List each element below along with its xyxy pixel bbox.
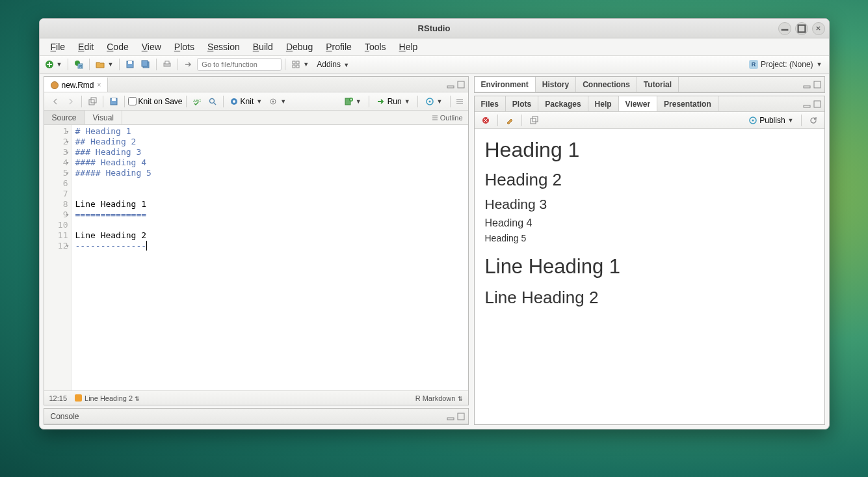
fold-chevron-icon[interactable]: ▾ (66, 157, 69, 168)
gear-icon (269, 97, 278, 106)
code-line[interactable]: # Heading 1 (75, 126, 464, 137)
remove-viewer-button[interactable] (479, 115, 493, 126)
publish-viewer-button[interactable]: Publish ▼ (746, 115, 796, 126)
fold-chevron-icon[interactable]: ▾ (66, 126, 69, 137)
nav-back-button[interactable] (48, 96, 62, 107)
save-all-button[interactable] (138, 57, 153, 72)
menu-file[interactable]: File (45, 40, 72, 54)
fold-chevron-icon[interactable]: ▾ (66, 147, 69, 157)
code-content[interactable]: # Heading 1## Heading 2### Heading 3####… (72, 125, 468, 390)
pane-min-icon[interactable] (802, 80, 811, 89)
publish-source-button[interactable]: ▼ (423, 96, 445, 107)
folder-open-icon (96, 60, 105, 69)
tab-history[interactable]: History (536, 77, 576, 92)
new-file-button[interactable]: ▼ (42, 57, 65, 72)
arrow-right-icon (66, 97, 75, 106)
menu-plots[interactable]: Plots (168, 40, 200, 54)
tab-environment[interactable]: Environment (475, 77, 536, 92)
cursor-position: 12:15 (49, 394, 68, 402)
menu-help[interactable]: Help (393, 40, 424, 54)
menu-code[interactable]: Code (101, 40, 134, 54)
code-line[interactable]: ## Heading 2 (75, 137, 464, 147)
code-line[interactable]: Line Heading 1 (75, 199, 464, 210)
code-line[interactable]: -------------- (75, 241, 464, 251)
gear-button[interactable]: ▼ (266, 96, 289, 107)
tab-connections[interactable]: Connections (576, 77, 637, 92)
tab-presentation[interactable]: Presentation (657, 96, 718, 111)
pane-min-icon[interactable] (446, 412, 455, 421)
show-in-new-window-button[interactable] (85, 96, 99, 107)
code-line[interactable]: ============== (75, 210, 464, 220)
goto-forward-button[interactable] (181, 57, 196, 72)
code-editor[interactable]: 1▾2▾3▾4▾5▾6789▾101112▾ # Heading 1## Hea… (44, 125, 468, 390)
open-file-button[interactable]: ▼ (93, 57, 116, 72)
insert-chunk-button[interactable]: ▼ (341, 96, 364, 107)
language-selector[interactable]: R Markdown ⇅ (415, 394, 463, 402)
code-line[interactable] (75, 220, 464, 230)
refresh-viewer-button[interactable] (806, 115, 821, 126)
fold-chevron-icon[interactable]: ▾ (66, 210, 69, 220)
menu-tools[interactable]: Tools (359, 40, 392, 54)
outline-button[interactable]: Outline (427, 111, 468, 124)
popout-viewer-button[interactable] (527, 115, 541, 126)
console-tab[interactable]: Console (44, 409, 86, 424)
source-mode-tab[interactable]: Source (44, 111, 85, 124)
viewer-content[interactable]: Heading 1 Heading 2 Heading 3 Heading 4 … (475, 129, 824, 424)
menu-profile[interactable]: Profile (320, 40, 358, 54)
tab-packages[interactable]: Packages (538, 96, 588, 111)
code-line[interactable]: ##### Heading 5 (75, 168, 464, 178)
menu-debug[interactable]: Debug (280, 40, 319, 54)
pane-min-icon[interactable] (446, 80, 455, 89)
menu-build[interactable]: Build (247, 40, 279, 54)
grid-button[interactable]: ▼ (289, 57, 311, 72)
file-tab-new-rmd[interactable]: new.Rmd × (44, 77, 109, 92)
clear-viewer-button[interactable] (503, 115, 517, 126)
tab-help[interactable]: Help (588, 96, 619, 111)
tab-tutorial[interactable]: Tutorial (637, 77, 679, 92)
save-source-button[interactable] (107, 96, 121, 107)
pane-max-icon[interactable] (813, 100, 822, 109)
window-maximize-button[interactable] (795, 22, 808, 35)
menu-view[interactable]: View (136, 40, 167, 54)
arrow-left-icon (51, 97, 60, 106)
knit-button[interactable]: Knit ▼ (227, 96, 265, 107)
menu-session[interactable]: Session (202, 40, 246, 54)
nav-forward-button[interactable] (64, 96, 78, 107)
fold-chevron-icon[interactable]: ▾ (66, 137, 69, 147)
run-button[interactable]: Run ▼ (374, 96, 413, 107)
code-line[interactable]: Line Heading 2 (75, 230, 464, 241)
print-button[interactable] (160, 57, 174, 72)
tab-plots[interactable]: Plots (506, 96, 538, 111)
window-minimize-button[interactable] (778, 22, 791, 35)
goto-file-input[interactable] (197, 58, 282, 71)
project-selector[interactable]: R Project: (None) ▼ (749, 60, 826, 69)
find-button[interactable] (205, 96, 220, 107)
fold-chevron-icon[interactable]: ▾ (66, 168, 69, 178)
save-all-icon (141, 60, 150, 69)
window-close-button[interactable] (812, 22, 825, 35)
pane-max-icon[interactable] (813, 80, 822, 89)
pane-max-icon[interactable] (456, 412, 466, 421)
close-tab-icon[interactable]: × (98, 81, 101, 89)
code-line[interactable]: ### Heading 3 (75, 147, 464, 157)
fold-chevron-icon[interactable]: ▾ (66, 241, 69, 251)
gutter-line: 10 (44, 220, 68, 230)
spellcheck-button[interactable]: ABC (190, 96, 204, 107)
source-tabs-row: new.Rmd × (44, 77, 468, 92)
visual-mode-tab[interactable]: Visual (85, 111, 122, 124)
save-button[interactable] (123, 57, 137, 72)
tab-viewer[interactable]: Viewer (619, 96, 657, 111)
knit-on-save-checkbox[interactable]: Knit on Save (128, 97, 183, 106)
addins-menu[interactable]: Addins ▼ (317, 60, 349, 69)
section-nav[interactable]: Line Heading 2 ⇅ (85, 394, 140, 402)
outline-toggle-icon[interactable] (455, 97, 464, 106)
code-line[interactable] (75, 189, 464, 199)
pane-max-icon[interactable] (456, 80, 466, 89)
new-project-button[interactable]: R (72, 57, 86, 72)
menu-edit[interactable]: Edit (72, 40, 99, 54)
pane-min-icon[interactable] (802, 100, 811, 109)
code-line[interactable] (75, 178, 464, 189)
svg-rect-13 (165, 61, 169, 64)
code-line[interactable]: #### Heading 4 (75, 157, 464, 168)
tab-files[interactable]: Files (475, 96, 506, 111)
